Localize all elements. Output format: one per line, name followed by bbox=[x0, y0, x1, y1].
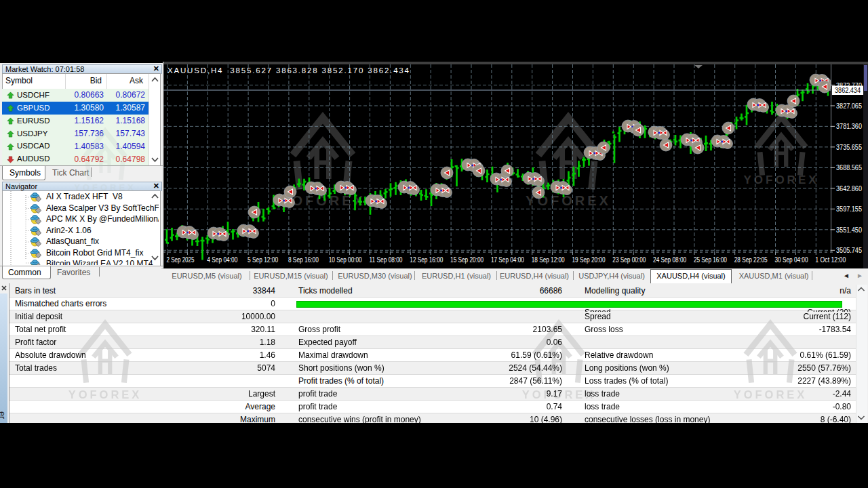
svg-text:YOFOREX: YOFOREX bbox=[68, 388, 142, 401]
